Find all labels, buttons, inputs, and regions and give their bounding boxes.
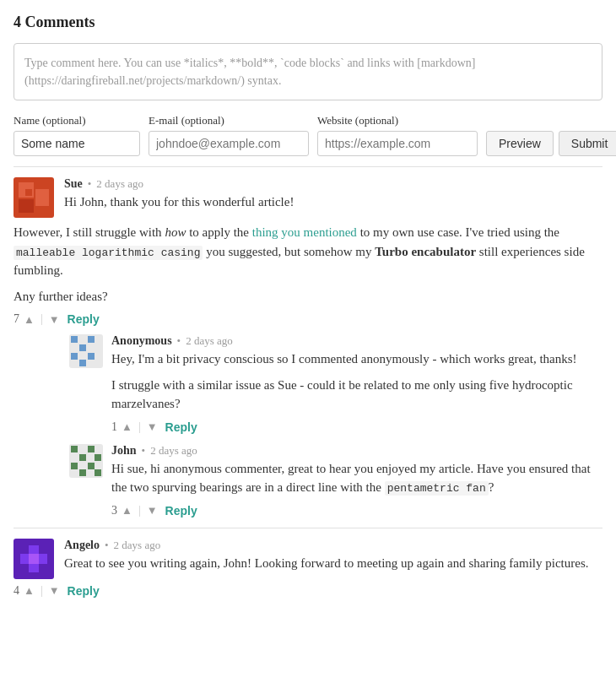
anon-inner: Anonymous • 2 days ago Hey, I'm a bit pr… — [69, 334, 602, 434]
angelo-reply-button[interactable]: Reply — [68, 584, 100, 598]
svg-rect-10 — [79, 344, 86, 351]
sue-meta: Sue • 2 days ago — [64, 177, 294, 191]
comments-count-title: 4 Comments — [14, 14, 602, 31]
comment-input-box[interactable]: Type comment here. You can use *italics*… — [14, 43, 602, 100]
john-inner: John • 2 days ago Hi sue, hi anonymous c… — [69, 444, 602, 517]
divider — [14, 166, 602, 167]
sue-bold: Turbo encabulator — [375, 245, 476, 258]
anon-time: 2 days ago — [186, 334, 233, 348]
comment-fields-row: Name (optional) E-mail (optional) Websit… — [14, 114, 602, 156]
form-buttons: Preview Submit — [486, 131, 616, 156]
svg-rect-14 — [88, 353, 95, 360]
john-dot: • — [142, 444, 146, 458]
sue-em: how — [165, 225, 186, 239]
angelo-body: Great to see you writing again, John! Lo… — [64, 554, 589, 573]
thing-link[interactable]: thing you mentioned — [252, 225, 357, 239]
sue-comment-header: Sue • 2 days ago Hi John, thank you for … — [64, 177, 294, 212]
svg-rect-34 — [95, 469, 101, 476]
sue-long-body: However, I still struggle with how to ap… — [14, 223, 602, 280]
sue-code: malleable logarithmic casing — [14, 246, 203, 260]
sue-nested-comments: Anonymous • 2 days ago Hey, I'm a bit pr… — [69, 334, 602, 517]
anon-dot: • — [177, 334, 181, 348]
name-label: Name (optional) — [14, 114, 140, 127]
john-avatar — [69, 444, 103, 478]
anon-body1: Hey, I'm a bit privacy conscious so I co… — [111, 350, 602, 369]
sue-time: 2 days ago — [96, 177, 143, 191]
svg-rect-26 — [95, 454, 101, 461]
sue-dot: • — [88, 177, 92, 191]
john-pipe: | — [138, 504, 141, 517]
comment-sue: Sue • 2 days ago Hi John, thank you for … — [14, 177, 602, 517]
john-time: 2 days ago — [150, 444, 197, 458]
email-input[interactable] — [149, 131, 309, 156]
svg-rect-7 — [79, 336, 86, 343]
anon-avatar — [69, 334, 103, 368]
angelo-comment-header: Angelo • 2 days ago Great to see you wri… — [64, 539, 589, 573]
john-reply-button[interactable]: Reply — [165, 504, 197, 517]
anon-actions: 1 ▲ | ▼ Reply — [111, 420, 602, 434]
svg-rect-23 — [71, 454, 78, 461]
svg-rect-2 — [19, 199, 34, 213]
anon-text-block: Anonymous • 2 days ago Hey, I'm a bit pr… — [111, 334, 602, 434]
anon-reply-button[interactable]: Reply — [165, 420, 197, 434]
svg-rect-3 — [35, 189, 49, 206]
anon-author: Anonymous — [111, 334, 172, 348]
john-actions: 3 ▲ | ▼ Reply — [111, 504, 602, 517]
svg-rect-20 — [79, 446, 86, 452]
svg-rect-9 — [71, 344, 78, 351]
sue-vote-count: 7 — [14, 312, 19, 326]
svg-rect-28 — [79, 463, 86, 469]
email-label: E-mail (optional) — [149, 114, 309, 127]
anon-upvote[interactable]: ▲ — [121, 420, 133, 433]
website-input[interactable] — [317, 131, 478, 156]
sue-pipe: | — [41, 312, 43, 326]
anon-body2: I struggle with a similar issue as Sue -… — [111, 376, 602, 414]
comment-john: John • 2 days ago Hi sue, hi anonymous c… — [69, 444, 602, 517]
svg-rect-6 — [71, 336, 78, 343]
svg-rect-4 — [25, 189, 32, 196]
website-label: Website (optional) — [317, 114, 478, 127]
john-meta: John • 2 days ago — [111, 444, 602, 458]
angelo-dot: • — [105, 539, 109, 552]
sue-actions: 7 ▲ | ▼ Reply — [14, 312, 602, 326]
angelo-avatar — [14, 539, 54, 579]
angelo-downvote[interactable]: ▼ — [48, 584, 61, 597]
john-vote-count: 3 — [111, 504, 117, 517]
svg-rect-24 — [79, 454, 86, 461]
sue-body2: Any further ideas? — [14, 287, 602, 306]
john-body: Hi sue, hi anonymous commenter, great to… — [111, 459, 602, 497]
sue-downvote[interactable]: ▼ — [48, 313, 61, 326]
website-field-group: Website (optional) — [317, 114, 478, 156]
preview-button[interactable]: Preview — [486, 131, 554, 156]
svg-rect-8 — [88, 336, 95, 343]
angelo-meta: Angelo • 2 days ago — [64, 539, 589, 552]
sue-reply-button[interactable]: Reply — [68, 312, 100, 326]
svg-rect-31 — [71, 469, 78, 476]
svg-rect-38 — [29, 554, 39, 564]
anon-meta: Anonymous • 2 days ago — [111, 334, 602, 348]
anon-pipe: | — [138, 420, 141, 434]
svg-rect-16 — [95, 353, 101, 360]
submit-button[interactable]: Submit — [559, 131, 616, 156]
sue-avatar — [14, 177, 54, 218]
svg-rect-19 — [71, 446, 78, 452]
sue-upvote[interactable]: ▲ — [23, 313, 35, 326]
angelo-header: Angelo • 2 days ago Great to see you wri… — [14, 539, 602, 579]
anon-downvote[interactable]: ▼ — [146, 420, 159, 433]
john-upvote[interactable]: ▲ — [121, 504, 133, 517]
comment-sue-header: Sue • 2 days ago Hi John, thank you for … — [14, 177, 602, 218]
svg-rect-29 — [88, 463, 95, 469]
svg-rect-13 — [79, 353, 86, 360]
angelo-actions: 4 ▲ | ▼ Reply — [14, 584, 602, 598]
anon-vote-count: 1 — [111, 420, 117, 434]
name-input[interactable] — [14, 131, 140, 156]
john-downvote[interactable]: ▼ — [146, 504, 159, 517]
john-code: pentametric fan — [385, 481, 489, 496]
angelo-upvote[interactable]: ▲ — [23, 584, 35, 597]
angelo-author: Angelo — [64, 539, 100, 552]
svg-rect-27 — [71, 463, 78, 469]
angelo-pipe: | — [41, 584, 43, 598]
svg-rect-12 — [71, 353, 78, 360]
svg-rect-25 — [88, 454, 95, 461]
svg-rect-11 — [88, 344, 95, 351]
